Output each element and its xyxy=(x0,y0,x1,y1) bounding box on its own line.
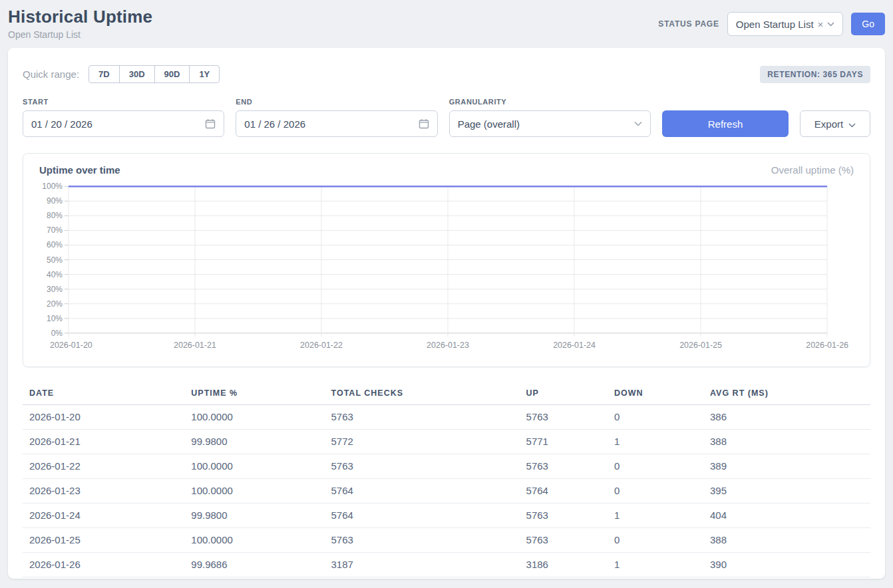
svg-text:80%: 80% xyxy=(47,211,63,220)
chart-title: Uptime over time xyxy=(39,164,120,176)
svg-text:2026-01-24: 2026-01-24 xyxy=(553,341,596,350)
table-cell: 2026-01-22 xyxy=(23,454,184,479)
table-cell: 5772 xyxy=(325,430,520,454)
table-cell: 5763 xyxy=(325,454,520,479)
granularity-select[interactable]: Page (overall) xyxy=(449,110,651,137)
page-header: Historical Uptime Open Startup List STAT… xyxy=(0,0,893,44)
uptime-chart: 0%10%20%30%40%50%60%70%80%90%100%2026-01… xyxy=(39,182,854,360)
quick-range-7d-button[interactable]: 7D xyxy=(89,65,120,83)
svg-text:50%: 50% xyxy=(47,255,63,265)
start-date-input[interactable]: 01 / 20 / 2026 xyxy=(23,110,224,137)
quick-range-1y-button[interactable]: 1Y xyxy=(189,65,220,83)
controls-row: START 01 / 20 / 2026 END 01 / 26 / 2026 … xyxy=(23,98,870,137)
table-cell: 388 xyxy=(703,528,870,553)
table-cell: 2026-01-23 xyxy=(23,479,184,504)
table-cell: 100.0000 xyxy=(184,405,324,430)
main-card: Quick range: 7D 30D 90D 1Y RETENTION: 36… xyxy=(8,48,885,579)
table-cell: 1 xyxy=(608,553,703,577)
quick-range-row: Quick range: 7D 30D 90D 1Y RETENTION: 36… xyxy=(23,65,870,83)
table-row: 2026-01-2699.9686318731861390 xyxy=(23,553,870,577)
chart-header: Uptime over time Overall uptime (%) xyxy=(39,164,854,176)
start-date-group: START 01 / 20 / 2026 xyxy=(23,98,224,137)
status-page-select[interactable]: Open Startup List × xyxy=(727,12,844,36)
granularity-group: GRANULARITY Page (overall) xyxy=(449,98,651,137)
table-cell: 99.9686 xyxy=(184,553,324,577)
quick-range-label: Quick range: xyxy=(23,69,79,80)
table-row: 2026-01-25100.0000576357630388 xyxy=(23,528,870,553)
table-cell: 2026-01-26 xyxy=(23,553,184,577)
column-header: DATE xyxy=(23,383,184,405)
table-cell: 1 xyxy=(608,504,703,528)
table-cell: 100.0000 xyxy=(184,479,324,504)
table-cell: 5771 xyxy=(520,430,608,454)
table-cell: 5764 xyxy=(325,479,520,504)
quick-range-group: 7D 30D 90D 1Y xyxy=(89,65,220,83)
status-page-selected-value: Open Startup List xyxy=(736,19,814,30)
calendar-icon[interactable] xyxy=(205,118,216,129)
table-cell: 5763 xyxy=(520,504,608,528)
column-header: UP xyxy=(520,383,608,405)
retention-badge: RETENTION: 365 DAYS xyxy=(760,66,870,83)
table-cell: 5764 xyxy=(520,479,608,504)
table-cell: 404 xyxy=(703,504,870,528)
title-block: Historical Uptime Open Startup List xyxy=(8,7,152,40)
table-cell: 100.0000 xyxy=(184,454,324,479)
quick-range-90d-button[interactable]: 90D xyxy=(154,65,190,83)
header-controls: STATUS PAGE Open Startup List × Go xyxy=(658,12,885,36)
svg-text:70%: 70% xyxy=(47,225,63,235)
table-cell: 99.9800 xyxy=(184,430,324,454)
table-cell: 5763 xyxy=(520,528,608,553)
table-cell: 2026-01-25 xyxy=(23,528,184,553)
page-title: Historical Uptime xyxy=(8,7,152,27)
svg-text:30%: 30% xyxy=(47,285,63,294)
table-cell: 0 xyxy=(608,528,703,553)
svg-text:60%: 60% xyxy=(47,240,63,249)
table-cell: 2026-01-20 xyxy=(23,405,184,430)
quick-range-30d-button[interactable]: 30D xyxy=(119,65,155,83)
chart-card: Uptime over time Overall uptime (%) 0%10… xyxy=(23,153,870,367)
table-cell: 3187 xyxy=(325,553,520,577)
start-date-value: 01 / 20 / 2026 xyxy=(31,118,92,130)
status-page-label: STATUS PAGE xyxy=(658,19,719,29)
table-cell: 5764 xyxy=(325,504,520,528)
table-cell: 2026-01-21 xyxy=(23,430,184,454)
chevron-down-icon xyxy=(634,121,642,126)
table-header: DATEUPTIME %TOTAL CHECKSUPDOWNAVG RT (MS… xyxy=(23,383,870,405)
export-button[interactable]: Export xyxy=(800,110,870,137)
column-header: DOWN xyxy=(608,383,703,405)
table-cell: 389 xyxy=(703,454,870,479)
table-cell: 1 xyxy=(608,430,703,454)
export-button-label: Export xyxy=(814,118,843,130)
svg-text:2026-01-20: 2026-01-20 xyxy=(50,341,92,350)
svg-text:40%: 40% xyxy=(47,270,63,279)
chart-legend: Overall uptime (%) xyxy=(771,164,854,176)
table-cell: 0 xyxy=(608,405,703,430)
table-cell: 99.9800 xyxy=(184,504,324,528)
table-cell: 388 xyxy=(703,430,870,454)
clear-icon[interactable]: × xyxy=(818,19,824,30)
table-row: 2026-01-22100.0000576357630389 xyxy=(23,454,870,479)
table-cell: 386 xyxy=(703,405,870,430)
table-row: 2026-01-23100.0000576457640395 xyxy=(23,479,870,504)
svg-text:2026-01-26: 2026-01-26 xyxy=(806,341,848,350)
refresh-button[interactable]: Refresh xyxy=(662,110,789,137)
end-date-label: END xyxy=(236,98,437,106)
table-cell: 100.0000 xyxy=(184,528,324,553)
table-cell: 5763 xyxy=(325,528,520,553)
go-button[interactable]: Go xyxy=(851,13,885,35)
svg-text:20%: 20% xyxy=(47,299,63,309)
table-cell: 390 xyxy=(703,553,870,577)
calendar-icon[interactable] xyxy=(419,118,429,129)
uptime-table: DATEUPTIME %TOTAL CHECKSUPDOWNAVG RT (MS… xyxy=(23,383,870,577)
granularity-label: GRANULARITY xyxy=(449,98,651,106)
svg-text:90%: 90% xyxy=(47,196,63,206)
end-date-input[interactable]: 01 / 26 / 2026 xyxy=(236,110,437,137)
start-date-label: START xyxy=(23,98,224,106)
table-cell: 5763 xyxy=(520,405,608,430)
table-cell: 0 xyxy=(608,479,703,504)
table-cell: 2026-01-24 xyxy=(23,504,184,528)
column-header: AVG RT (MS) xyxy=(703,383,870,405)
svg-text:2026-01-23: 2026-01-23 xyxy=(427,341,469,350)
table-cell: 5763 xyxy=(325,405,520,430)
end-date-value: 01 / 26 / 2026 xyxy=(244,118,305,130)
